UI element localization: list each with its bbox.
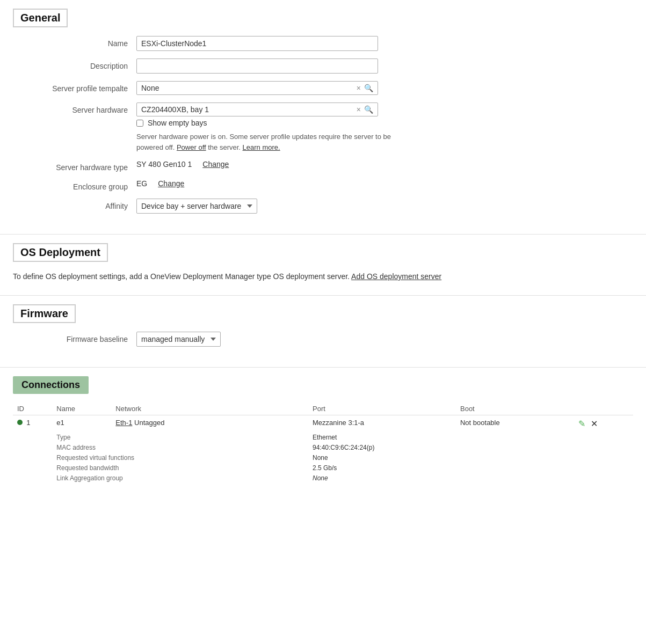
connections-title: Connections <box>21 379 80 390</box>
server-profile-template-input[interactable] <box>141 84 357 92</box>
connections-section: Connections ID Name Network Port Boot 1 … <box>0 368 646 496</box>
general-section: General Name Description Server profile … <box>0 0 646 235</box>
enclosure-group-field: EG Change <box>136 179 405 188</box>
col-header-port: Port <box>308 402 456 415</box>
power-info-text: Server hardware power is on. Some server… <box>136 131 405 152</box>
conn-network-cell: Eth-1 Untagged <box>111 415 308 433</box>
affinity-field: Device bay + server hardware Device bay … <box>136 199 405 214</box>
affinity-select[interactable]: Device bay + server hardware Device bay … <box>136 199 257 214</box>
general-section-header: General <box>13 9 68 27</box>
conn-actions: ✎ ✕ <box>578 419 629 429</box>
add-os-deployment-server-link[interactable]: Add OS deployment server <box>351 272 441 281</box>
conn-port-cell: Mezzanine 3:1-a <box>308 415 456 433</box>
conn-detail-row-vf: Requested virtual functions None <box>13 452 633 463</box>
description-row: Description <box>13 58 633 74</box>
firmware-baseline-label: Firmware baseline <box>13 332 136 343</box>
col-header-boot: Boot <box>456 402 574 415</box>
os-deployment-text: To define OS deployment settings, add a … <box>13 272 350 281</box>
server-hardware-clear-icon[interactable]: × <box>357 105 361 114</box>
enclosure-group-label: Enclosure group <box>13 179 136 191</box>
server-profile-template-field: × 🔍 <box>136 81 405 95</box>
affinity-label: Affinity <box>13 199 136 210</box>
os-deployment-section: OS Deployment To define OS deployment se… <box>0 235 646 296</box>
detail-value-vf: None <box>313 454 328 462</box>
enclosure-group-change-button[interactable]: Change <box>158 179 184 188</box>
show-empty-bays-row: Show empty bays <box>136 119 405 127</box>
os-deployment-description: To define OS deployment settings, add a … <box>13 270 633 282</box>
detail-label-lag: Link Aggregation group <box>56 474 122 482</box>
server-hardware-type-label: Server hardware type <box>13 160 136 172</box>
server-hardware-input-container: × 🔍 <box>136 103 378 116</box>
col-header-actions <box>574 402 633 415</box>
connections-header: Connections <box>13 376 89 394</box>
col-header-name: Name <box>52 402 111 415</box>
conn-name-cell: e1 <box>52 415 111 433</box>
conn-delete-icon[interactable]: ✕ <box>591 419 598 429</box>
detail-label-mac: MAC address <box>56 444 96 451</box>
server-hardware-label: Server hardware <box>13 103 136 114</box>
col-header-id: ID <box>13 402 52 415</box>
conn-network-tag: Untagged <box>134 419 164 427</box>
firmware-baseline-field: managed manually None <box>136 332 405 347</box>
detail-value-mac: 94:40:C9:6C:24:24(p) <box>313 444 374 451</box>
server-hardware-field: × 🔍 Show empty bays Server hardware powe… <box>136 103 405 152</box>
server-hardware-search-icon[interactable]: 🔍 <box>364 105 373 114</box>
conn-edit-icon[interactable]: ✎ <box>578 419 585 429</box>
description-label: Description <box>13 58 136 70</box>
firmware-baseline-select[interactable]: managed manually None <box>136 332 221 347</box>
enclosure-group-value-row: EG Change <box>136 179 405 188</box>
learn-more-link[interactable]: Learn more. <box>243 143 280 151</box>
conn-boot: Not bootable <box>460 419 500 427</box>
enclosure-group-value: EG <box>136 179 147 188</box>
server-hardware-type-value: SY 480 Gen10 1 <box>136 160 192 169</box>
show-empty-bays-checkbox[interactable] <box>136 120 143 127</box>
firmware-header: Firmware <box>13 304 76 323</box>
server-profile-template-search-icon[interactable]: 🔍 <box>364 84 373 92</box>
description-field <box>136 58 405 74</box>
server-profile-template-clear-icon[interactable]: × <box>357 84 361 92</box>
server-hardware-row: Server hardware × 🔍 Show empty bays Serv… <box>13 103 633 152</box>
col-header-network: Network <box>111 402 308 415</box>
detail-label-type: Type <box>56 434 70 441</box>
server-hardware-type-change-button[interactable]: Change <box>202 160 229 169</box>
conn-network-link[interactable]: Eth-1 <box>115 419 132 427</box>
conn-status-dot <box>17 420 23 425</box>
connections-table-header-row: ID Name Network Port Boot <box>13 402 633 415</box>
name-row: Name <box>13 36 633 51</box>
detail-value-type: Ethernet <box>313 434 337 441</box>
conn-detail-row-mac: MAC address 94:40:C9:6C:24:24(p) <box>13 442 633 452</box>
connections-table: ID Name Network Port Boot 1 e1 Eth-1 <box>13 402 633 483</box>
firmware-title: Firmware <box>20 308 68 319</box>
server-profile-template-label: Server profile tempalte <box>13 81 136 93</box>
server-hardware-type-row: Server hardware type SY 480 Gen10 1 Chan… <box>13 160 633 172</box>
os-deployment-title: OS Deployment <box>20 246 100 258</box>
server-profile-template-input-container: × 🔍 <box>136 81 378 95</box>
conn-port: Mezzanine 3:1-a <box>313 419 364 427</box>
conn-status-cell: 1 <box>13 415 52 433</box>
os-deployment-header: OS Deployment <box>13 243 108 262</box>
hardware-type-row: SY 480 Gen10 1 Change <box>136 160 405 169</box>
table-row: 1 e1 Eth-1 Untagged Mezzanine 3:1-a Not … <box>13 415 633 433</box>
server-hardware-type-field: SY 480 Gen10 1 Change <box>136 160 405 169</box>
power-off-link[interactable]: Power off <box>177 143 206 151</box>
general-title: General <box>20 12 60 24</box>
conn-boot-cell: Not bootable <box>456 415 574 433</box>
name-field <box>136 36 405 51</box>
detail-value-lag: None <box>313 474 328 482</box>
name-label: Name <box>13 36 136 48</box>
conn-name: e1 <box>56 419 64 427</box>
conn-actions-cell: ✎ ✕ <box>574 415 633 433</box>
detail-label-bw: Requested bandwidth <box>56 464 119 472</box>
enclosure-group-row: Enclosure group EG Change <box>13 179 633 191</box>
conn-detail-row-lag: Link Aggregation group None <box>13 473 633 483</box>
firmware-baseline-row: Firmware baseline managed manually None <box>13 332 633 347</box>
server-profile-template-row: Server profile tempalte × 🔍 <box>13 81 633 95</box>
conn-detail-row-bw: Requested bandwidth 2.5 Gb/s <box>13 463 633 473</box>
firmware-section: Firmware Firmware baseline managed manua… <box>0 296 646 368</box>
name-input[interactable] <box>136 36 378 51</box>
server-hardware-input[interactable] <box>141 105 357 114</box>
conn-detail-row-type: Type Ethernet <box>13 432 633 442</box>
detail-value-bw: 2.5 Gb/s <box>313 464 337 472</box>
description-input[interactable] <box>136 58 378 74</box>
show-empty-bays-label[interactable]: Show empty bays <box>148 119 207 127</box>
